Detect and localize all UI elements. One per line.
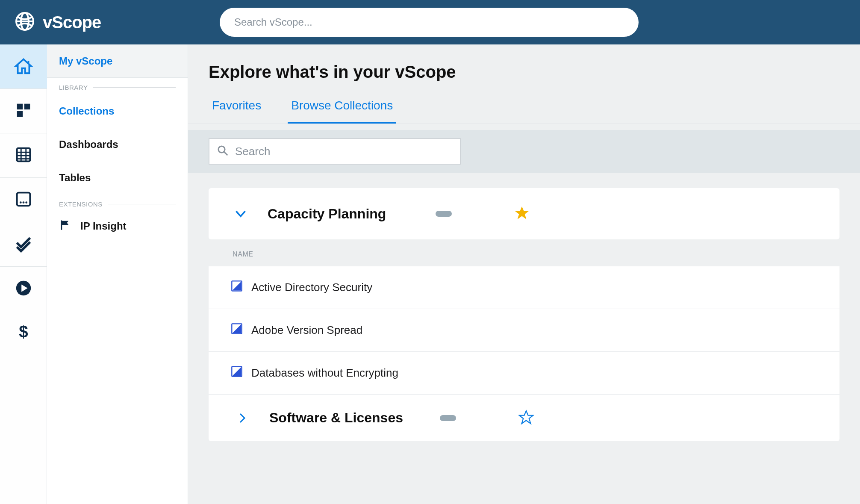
nav-home[interactable] [0,44,47,89]
chart-icon [231,323,243,338]
search-icon [216,144,229,159]
collection-title: Capacity Planning [268,206,386,222]
tab-favorites[interactable]: Favorites [209,99,265,124]
svg-point-14 [22,201,24,203]
svg-rect-5 [17,111,22,116]
sidebar-section-extensions: EXTENSIONS [47,195,188,211]
flag-icon [59,219,71,233]
nav-billing[interactable]: $ [0,311,47,356]
tag-pill [440,415,456,421]
sidebar-item-collections[interactable]: Collections [47,94,188,128]
list-header-name: NAME [209,239,839,266]
sidebar-item-tables[interactable]: Tables [47,161,188,195]
tag-pill [436,211,452,217]
filter-box[interactable] [209,138,461,165]
play-icon [14,278,33,300]
list-item-label: Adobe Version Spread [251,324,362,337]
checks-icon [14,234,33,255]
table-icon [14,145,33,166]
svg-point-15 [25,201,27,203]
star-outline-icon[interactable] [518,410,534,427]
page-title: Explore what's in your vScope [188,44,860,82]
svg-rect-3 [17,103,22,109]
iconbar: $ [0,44,47,504]
home-icon [14,56,33,77]
tab-browse-collections[interactable]: Browse Collections [288,99,396,124]
chevron-right-icon [233,412,252,424]
nav-play[interactable] [0,267,47,311]
svg-point-13 [19,201,21,203]
sidebar-section-library: LIBRARY [47,78,188,94]
nav-tracker[interactable] [0,178,47,222]
list-row-adobe[interactable]: Adobe Version Spread [209,309,839,351]
list-row-ad-security[interactable]: Active Directory Security [209,266,839,309]
svg-line-20 [224,152,228,156]
main-wrap: $ My vScope LIBRARY Collections Dashboar… [0,44,860,504]
collection-software[interactable]: Software & Licenses [209,394,839,441]
sidebar: My vScope LIBRARY Collections Dashboards… [47,44,188,504]
brand-name: vScope [43,13,101,32]
ext-label: IP Insight [80,220,127,232]
list-item-label: Active Directory Security [251,281,372,294]
globe-icon [15,11,35,33]
brand-block: vScope [0,11,220,33]
sidebar-item-dashboards[interactable]: Dashboards [47,128,188,161]
tracker-icon [14,189,33,211]
svg-point-19 [218,146,225,153]
nav-tables[interactable] [0,133,47,178]
topbar: vScope [0,0,860,44]
nav-checks[interactable] [0,222,47,267]
global-search[interactable] [220,8,639,37]
global-search-input[interactable] [234,16,624,28]
sidebar-ext-ip-insight[interactable]: IP Insight [47,211,188,241]
star-filled-icon[interactable] [514,205,530,222]
sidebar-my-vscope[interactable]: My vScope [47,44,188,78]
nav-dashboards[interactable] [0,89,47,133]
filter-row [188,130,860,173]
chart-icon [231,280,243,295]
chevron-down-icon [231,206,250,221]
content: Explore what's in your vScope Favorites … [188,44,860,504]
list-row-db-encrypt[interactable]: Databases without Encrypting [209,351,839,394]
svg-rect-4 [24,103,29,109]
dashboard-icon [14,100,33,122]
svg-text:$: $ [19,323,28,341]
chart-icon [231,365,243,380]
collections-list: Capacity Planning NAME Active Directory … [188,173,860,458]
collection-capacity[interactable]: Capacity Planning [209,188,839,239]
list-item-label: Databases without Encrypting [251,366,398,380]
collection-title: Software & Licenses [269,410,403,426]
filter-input[interactable] [235,145,453,158]
svg-rect-12 [17,192,30,206]
dollar-icon: $ [14,323,33,344]
tabs: Favorites Browse Collections [188,82,860,124]
